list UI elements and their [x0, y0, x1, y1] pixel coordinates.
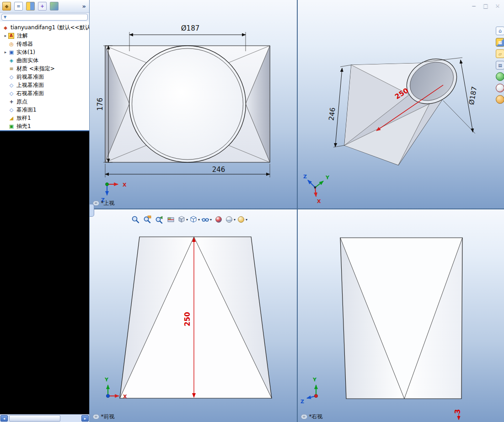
scroll-left-button[interactable]	[0, 415, 8, 422]
svg-text:Z: Z	[300, 399, 304, 405]
model-geometry[interactable]	[340, 238, 462, 399]
tree-item-label: 基准面1	[16, 106, 37, 114]
scroll-right-button[interactable]	[81, 415, 89, 422]
previous-view-button[interactable]	[154, 215, 164, 224]
svg-text:246: 246	[212, 166, 225, 174]
design-library-icon[interactable]	[2, 2, 11, 11]
tree-item-top-plane[interactable]: 上视基准面	[0, 81, 89, 89]
svg-text:Ø187: Ø187	[181, 24, 199, 32]
viewport-right-view[interactable]: 3 Y Z *右视	[298, 209, 504, 422]
decals-ball-icon[interactable]	[496, 95, 504, 104]
expander-icon[interactable]	[3, 50, 8, 54]
part-icon	[2, 25, 9, 31]
solid-bodies-icon	[8, 49, 15, 55]
model-geometry[interactable]	[344, 50, 465, 165]
reference-geometry-icon[interactable]	[38, 2, 47, 11]
section-view-button[interactable]	[166, 215, 176, 224]
panel-splitter-handle[interactable]	[90, 204, 94, 217]
svg-text:250: 250	[183, 312, 192, 326]
viewport-label-front: *前视	[93, 413, 115, 421]
origin-icon	[8, 99, 15, 105]
tree-item-plane1[interactable]: 基准面1	[0, 106, 89, 114]
model-geometry[interactable]	[120, 237, 272, 398]
tree-item-label: 原点	[16, 98, 27, 106]
home-icon[interactable]	[496, 27, 504, 35]
toolbar-overflow-button[interactable]: »	[82, 3, 87, 10]
tree-item-right-plane[interactable]: 右视基准面	[0, 89, 89, 97]
edit-appearance-button[interactable]	[213, 215, 224, 224]
viewport-top-view[interactable]: Ø187 176 246 X Z	[90, 0, 297, 208]
tree-item-origin[interactable]: 原点	[0, 97, 89, 106]
tree-item-label: 实体(1)	[16, 48, 35, 56]
filter-funnel-icon	[4, 16, 6, 19]
svg-text:Ø187: Ø187	[467, 86, 479, 106]
color-swatch-icon[interactable]	[26, 2, 35, 11]
file-properties-icon[interactable]	[14, 2, 23, 11]
solidworks-window: Ø187 176 246 X Z	[0, 0, 504, 422]
tree-item-front-plane[interactable]: 前视基准面	[0, 73, 89, 81]
svg-text:Y: Y	[312, 377, 317, 383]
svg-text:Z: Z	[303, 174, 307, 180]
plane-icon	[8, 74, 15, 80]
tree-item-shell1[interactable]: 抽壳1	[0, 122, 89, 130]
task-pane-toolbar	[496, 27, 504, 104]
tree-item-label: 右视基准面	[16, 90, 44, 97]
feature-tree: tianyuandifang1 (默认<<默认>_显 注解 传感器 实体(1)	[0, 21, 89, 130]
dimension-thickness[interactable]: 3	[454, 409, 462, 420]
svg-text:176: 176	[96, 98, 104, 111]
hide-show-items-button[interactable]	[201, 215, 212, 224]
zoom-to-fit-button[interactable]	[130, 215, 140, 224]
tree-item-label: 注解	[17, 32, 28, 40]
file-explorer-icon[interactable]	[496, 49, 504, 58]
dimension-width[interactable]: 246	[105, 164, 270, 177]
zoom-to-area-button[interactable]	[142, 215, 152, 224]
minimize-button[interactable]: −	[470, 2, 477, 9]
viewport-trimetric[interactable]: 250 246 Ø187 Z Y X	[298, 0, 504, 208]
tree-item-annotations[interactable]: 注解	[0, 32, 89, 40]
tree-filter-bar	[0, 13, 89, 21]
snapshot-icon[interactable]	[50, 2, 59, 11]
appearances-icon[interactable]	[496, 61, 504, 69]
svg-text:Y: Y	[104, 377, 109, 383]
viewport-horizontal-splitter[interactable]	[90, 208, 504, 209]
appearance-ball-icon[interactable]	[496, 84, 504, 92]
display-style-button[interactable]	[189, 215, 200, 224]
svg-text:X: X	[317, 198, 321, 204]
tree-item-surface-bodies[interactable]: 曲面实体	[0, 56, 89, 64]
apply-scene-button[interactable]	[225, 215, 236, 224]
tree-item-sensors[interactable]: 传感器	[0, 40, 89, 48]
tree-item-solid-bodies[interactable]: 实体(1)	[0, 48, 89, 56]
panel-lower-area	[0, 131, 89, 414]
tree-item-material[interactable]: 材质 <未指定>	[0, 64, 89, 73]
viewport-vertical-splitter[interactable]	[297, 0, 298, 422]
svg-text:X: X	[123, 394, 127, 400]
tree-item-label: 材质 <未指定>	[16, 65, 55, 73]
tree-filter-input[interactable]	[1, 14, 88, 21]
scrollbar-thumb[interactable]	[9, 415, 60, 422]
plane-icon	[8, 91, 15, 96]
viewport-label-right: *右视	[301, 413, 323, 421]
scene-ball-icon[interactable]	[496, 72, 504, 81]
link-icon	[301, 414, 307, 419]
close-button[interactable]: ×	[494, 2, 501, 9]
viewport-front-view[interactable]: 250 Y X *前视	[90, 209, 297, 422]
feature-manager-panel: » tianyuandifang1 (默认<<默认>_显 注解 传感器	[0, 0, 90, 422]
plane-icon	[8, 82, 15, 88]
horizontal-scrollbar[interactable]	[0, 414, 89, 422]
restore-button[interactable]: □	[482, 2, 489, 9]
model-geometry[interactable]	[105, 46, 270, 162]
tree-item-part-root[interactable]: tianyuandifang1 (默认<<默认>_显	[0, 23, 89, 32]
view-palette-icon[interactable]	[496, 38, 504, 47]
link-icon	[93, 414, 99, 419]
coordinate-triad: Z Y X	[303, 174, 330, 204]
coordinate-triad: Y Z	[300, 377, 318, 405]
tree-item-label: 前视基准面	[16, 73, 44, 81]
tree-item-label: 放样1	[16, 114, 31, 122]
expander-icon[interactable]	[3, 33, 8, 38]
view-settings-button[interactable]	[237, 215, 247, 224]
heads-up-view-toolbar	[130, 215, 247, 224]
view-orientation-button[interactable]	[177, 215, 188, 224]
viewport-label-top: *上视	[93, 199, 115, 207]
scrollbar-track[interactable]	[8, 415, 81, 422]
tree-item-loft1[interactable]: 放样1	[0, 114, 89, 122]
